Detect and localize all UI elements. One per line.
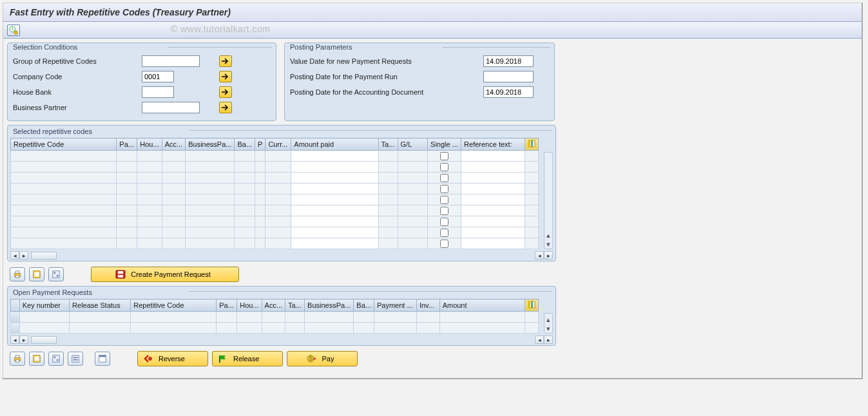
col-payment[interactable]: Payment ...	[374, 299, 416, 312]
single-checkbox[interactable]	[440, 218, 448, 226]
group-rep-codes-input[interactable]	[142, 55, 200, 67]
col-row-selector[interactable]	[11, 299, 20, 312]
print-button2[interactable]	[10, 352, 25, 366]
single-checkbox[interactable]	[440, 185, 448, 193]
select-all-button2[interactable]	[29, 352, 44, 366]
col-amount2[interactable]: Amount	[439, 299, 525, 312]
table-row[interactable]	[11, 151, 539, 162]
col-curr[interactable]: Curr...	[265, 138, 291, 151]
scroll-right-icon[interactable]: ▸	[19, 251, 28, 260]
col-ba[interactable]: Ba...	[235, 138, 255, 151]
posting-date-doc-input[interactable]	[483, 86, 534, 98]
single-checkbox[interactable]	[440, 229, 448, 237]
details-button[interactable]	[68, 352, 83, 366]
horizontal-scrollbar[interactable]: ◂ ▸ ◂ ▸	[10, 251, 553, 260]
reverse-button[interactable]: Reverse	[137, 351, 208, 366]
release-button[interactable]: Release	[212, 351, 283, 366]
col-reference-text[interactable]: Reference text:	[461, 138, 525, 151]
col-inv[interactable]: Inv...	[416, 299, 439, 312]
table-row[interactable]	[11, 205, 539, 216]
col-repetitive-code2[interactable]: Repetitive Code	[131, 299, 217, 312]
vertical-scrollbar[interactable]: ▴ ▾	[544, 152, 553, 249]
col-business-pa2[interactable]: BusinessPa...	[305, 299, 354, 312]
refresh-button[interactable]	[95, 352, 110, 366]
col-hou[interactable]: Hou...	[137, 138, 162, 151]
arrow-right-icon	[222, 73, 229, 80]
grid-configure-button2[interactable]	[525, 299, 538, 312]
table-row[interactable]	[11, 227, 539, 238]
create-payment-request-button[interactable]: Create Payment Request	[91, 267, 239, 282]
scroll-down-icon[interactable]: ▾	[545, 324, 552, 333]
col-business-pa[interactable]: BusinessPa...	[186, 138, 235, 151]
house-bank-input[interactable]	[142, 86, 174, 98]
grid-configure-button[interactable]	[525, 138, 538, 151]
table-row[interactable]	[11, 312, 539, 323]
col-hou2[interactable]: Hou...	[237, 299, 262, 312]
vertical-scrollbar2[interactable]: ▴ ▾	[544, 313, 553, 334]
posting-date-run-label: Posting Date for the Payment Run	[290, 73, 483, 80]
horizontal-scrollbar2[interactable]: ◂ ▸ ◂ ▸	[10, 336, 553, 344]
scroll-up-icon[interactable]: ▴	[545, 231, 552, 240]
house-bank-multi-button[interactable]	[219, 86, 232, 98]
execute-icon-button[interactable]	[7, 24, 20, 36]
svg-point-30	[148, 357, 152, 361]
table-row[interactable]	[11, 162, 539, 173]
save-icon	[115, 270, 126, 279]
deselect-button2[interactable]	[48, 352, 64, 366]
selected-codes-button-row: Create Payment Request	[10, 267, 858, 282]
posting-date-run-input[interactable]	[483, 71, 534, 82]
col-release-status[interactable]: Release Status	[70, 299, 131, 312]
table-row[interactable]	[11, 216, 539, 227]
scroll-thumb[interactable]	[31, 336, 57, 344]
scroll-up-icon[interactable]: ▴	[545, 315, 552, 324]
col-p[interactable]: P	[255, 138, 265, 151]
single-checkbox[interactable]	[440, 196, 448, 204]
col-repetitive-code[interactable]: Repetitive Code	[11, 138, 117, 151]
pay-label: Pay	[322, 355, 334, 363]
scroll-down-icon[interactable]: ▾	[545, 240, 552, 249]
deselect-all-button[interactable]	[48, 267, 64, 281]
group-rep-codes-multi-button[interactable]	[219, 55, 232, 67]
scroll-right2-icon[interactable]: ▸	[544, 336, 553, 344]
scroll-left2-icon[interactable]: ◂	[535, 336, 544, 344]
scroll-left-icon[interactable]: ◂	[10, 336, 19, 344]
col-pa[interactable]: Pa...	[117, 138, 137, 151]
col-acc[interactable]: Acc...	[162, 138, 186, 151]
company-code-input[interactable]	[142, 71, 174, 82]
col-amount-paid[interactable]: Amount paid	[291, 138, 378, 151]
single-checkbox[interactable]	[440, 163, 448, 171]
select-all-button[interactable]	[29, 267, 44, 281]
single-checkbox[interactable]	[440, 207, 448, 215]
scroll-left2-icon[interactable]: ◂	[535, 251, 544, 260]
col-ta2[interactable]: Ta...	[285, 299, 305, 312]
open-requests-grid[interactable]: Key number Release Status Repetitive Cod…	[10, 299, 539, 334]
scroll-right2-icon[interactable]: ▸	[544, 251, 553, 260]
scroll-right-icon[interactable]: ▸	[19, 336, 28, 344]
col-key-number[interactable]: Key number	[19, 299, 69, 312]
table-row[interactable]	[11, 173, 539, 184]
scroll-thumb[interactable]	[31, 252, 57, 260]
business-partner-multi-button[interactable]	[219, 102, 232, 113]
col-acc2[interactable]: Acc...	[262, 299, 285, 312]
value-date-input[interactable]	[483, 55, 534, 67]
table-row[interactable]	[11, 184, 539, 194]
col-gl[interactable]: G/L	[398, 138, 428, 151]
single-checkbox[interactable]	[440, 174, 448, 182]
single-checkbox[interactable]	[440, 240, 448, 248]
col-pa2[interactable]: Pa...	[217, 299, 237, 312]
col-single[interactable]: Single ...	[428, 138, 461, 151]
selected-codes-grid[interactable]: Repetitive Code Pa... Hou... Acc... Busi…	[10, 138, 539, 249]
col-ta[interactable]: Ta...	[378, 138, 398, 151]
table-row[interactable]	[11, 238, 539, 249]
print-button[interactable]	[10, 267, 25, 281]
single-checkbox[interactable]	[440, 152, 448, 160]
scroll-left-icon[interactable]: ◂	[10, 251, 19, 260]
table-row[interactable]	[11, 194, 539, 205]
table-row[interactable]	[11, 323, 539, 334]
company-code-multi-button[interactable]	[219, 71, 232, 82]
pay-icon: $	[307, 354, 317, 363]
panel-head: Open Payment Requests	[8, 287, 555, 296]
business-partner-input[interactable]	[142, 102, 200, 113]
col-ba2[interactable]: Ba...	[354, 299, 374, 312]
pay-button[interactable]: $ Pay	[287, 351, 358, 366]
